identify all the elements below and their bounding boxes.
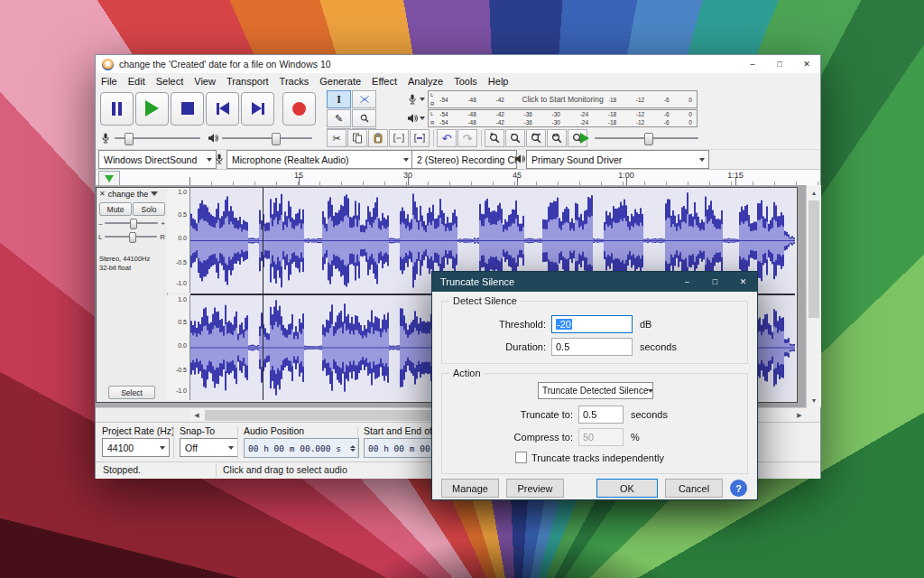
preview-button[interactable]: Preview [506, 479, 564, 498]
scroll-right-arrow-icon[interactable]: ▶ [792, 408, 807, 423]
recording-meter-toolbar[interactable]: LR -54-48-42-36-30-24-18-12-60 Click to … [407, 90, 698, 108]
audio-host-select[interactable]: Windows DirectSound [98, 150, 217, 169]
recording-meter[interactable]: LR -54-48-42-36-30-24-18-12-60 Click to … [428, 90, 698, 108]
scale-number: 0 [688, 97, 692, 103]
cut-button[interactable]: ✂ [327, 129, 346, 147]
help-button[interactable]: ? [730, 480, 747, 497]
pan-slider[interactable] [105, 231, 157, 242]
gain-max-label: + [161, 219, 165, 228]
channel-label: R [430, 120, 434, 126]
menu-item[interactable]: Edit [123, 76, 151, 87]
fit-project-button[interactable]: ▭ [547, 129, 567, 147]
solo-button[interactable]: Solo [133, 202, 165, 216]
snap-to-select[interactable]: Off [180, 438, 238, 457]
menu-item[interactable]: Help [483, 76, 514, 87]
play-at-speed-icon[interactable] [580, 133, 589, 144]
recording-channels-select[interactable]: 2 (Stereo) Recording Cha [411, 150, 517, 169]
independent-tracks-label[interactable]: Truncate tracks independently [531, 452, 664, 463]
threshold-input[interactable]: -20 [551, 315, 633, 333]
maximize-button[interactable]: □ [766, 55, 793, 73]
dialog-minimize-button[interactable]: – [673, 272, 701, 292]
pinned-play-head-button[interactable] [98, 171, 120, 186]
dialog-close-button[interactable]: ✕ [729, 272, 757, 292]
dialog-maximize-button[interactable]: □ [701, 272, 729, 292]
pause-button[interactable] [100, 92, 134, 126]
scroll-left-arrow-icon[interactable]: ◀ [189, 408, 204, 423]
redo-button[interactable]: ↷ [457, 129, 477, 147]
zoom-out-button[interactable]: − [505, 129, 525, 147]
vertical-scroll-thumb[interactable] [808, 200, 819, 318]
slider-thumb[interactable] [129, 232, 136, 243]
slider-thumb[interactable] [130, 219, 137, 229]
close-button[interactable]: ✕ [793, 55, 820, 73]
record-button[interactable] [282, 92, 316, 126]
duration-input[interactable]: 0.5 [551, 338, 633, 356]
scale-number: -36 [524, 111, 532, 117]
timeline-ruler[interactable]: 1530451:001:15 [96, 169, 820, 187]
zoom-tool-button[interactable] [352, 109, 376, 127]
slider-thumb[interactable] [644, 133, 653, 145]
mute-button[interactable]: Mute [99, 202, 132, 216]
skip-to-start-button[interactable] [206, 92, 239, 126]
track-select-button[interactable]: Select [108, 386, 155, 399]
menu-item[interactable]: View [189, 76, 221, 87]
gain-slider[interactable] [105, 218, 158, 228]
meter-menu-arrow-icon[interactable] [420, 98, 425, 101]
meter-menu-arrow-icon[interactable] [420, 117, 425, 120]
vertical-scrollbar[interactable]: ▲ ▼ [806, 185, 821, 407]
envelope-tool-button[interactable] [352, 90, 376, 108]
play-button[interactable] [135, 92, 169, 126]
track-name[interactable]: change the [108, 190, 149, 199]
skip-to-end-button[interactable] [241, 92, 274, 126]
monitor-hint[interactable]: Click to Start Monitoring [516, 95, 608, 104]
minimize-button[interactable]: – [739, 55, 766, 73]
manage-button[interactable]: Manage [441, 479, 499, 498]
slider-thumb[interactable] [272, 133, 281, 145]
trim-audio-button[interactable] [389, 129, 409, 147]
track-close-icon[interactable]: ✕ [97, 190, 108, 198]
paste-button[interactable] [368, 129, 388, 147]
playback-meter-toolbar[interactable]: LR -54-48-42-36-30-24-18-12-60 -54-48-42… [407, 109, 698, 127]
menu-item[interactable]: Analyze [402, 76, 448, 87]
scroll-up-arrow-icon[interactable]: ▲ [807, 185, 821, 200]
audio-position-field[interactable]: 00 h 00 m 00.000 s [244, 438, 359, 458]
playback-meter[interactable]: LR -54-48-42-36-30-24-18-12-60 -54-48-42… [428, 109, 698, 127]
independent-tracks-checkbox[interactable] [515, 452, 527, 463]
record-icon [292, 102, 306, 116]
spinner-icon[interactable] [349, 445, 356, 452]
menu-item[interactable]: Transport [221, 76, 274, 87]
action-select[interactable]: Truncate Detected Silence [538, 382, 653, 399]
menu-item[interactable]: Tools [448, 76, 483, 87]
menu-item[interactable]: Effect [366, 76, 402, 87]
play-at-speed-toolbar [580, 129, 698, 147]
selection-tool-button[interactable]: I [327, 90, 351, 108]
ok-button[interactable]: OK [596, 479, 658, 498]
silence-audio-button[interactable] [410, 129, 430, 147]
menu-item[interactable]: File [96, 76, 123, 87]
menu-item[interactable]: Tracks [274, 76, 315, 87]
menu-item[interactable]: Generate [314, 76, 366, 87]
dialog-title-bar: Truncate Silence – □ ✕ [432, 272, 757, 292]
draw-tool-button[interactable]: ✎ [327, 109, 351, 127]
scroll-down-arrow-icon[interactable]: ▼ [807, 393, 821, 407]
undo-button[interactable]: ↶ [437, 129, 457, 147]
playback-device-select[interactable]: Primary Sound Driver [526, 150, 709, 169]
slider-thumb[interactable] [125, 133, 134, 145]
edit-toolbar: ✂ ↶ ↷ + − ⟷ ▭ [327, 129, 588, 147]
fit-selection-button[interactable]: ⟷ [526, 129, 546, 147]
stop-button[interactable] [171, 92, 204, 126]
microphone-icon [100, 133, 111, 144]
playback-volume-slider[interactable] [222, 131, 312, 145]
recording-volume-slider[interactable] [115, 131, 200, 145]
recording-device-select[interactable]: Microphone (Realtek Audio) [226, 150, 413, 169]
track-menu-arrow-icon[interactable] [151, 191, 158, 196]
channel-label: L [430, 111, 434, 117]
audio-position-value: 00 h 00 m 00.000 s [248, 443, 341, 453]
zoom-in-button[interactable]: + [485, 129, 504, 147]
project-rate-select[interactable]: 44100 [102, 438, 170, 457]
menu-item[interactable]: Select [151, 76, 189, 87]
truncate-to-input[interactable]: 0.5 [578, 406, 624, 424]
cancel-button[interactable]: Cancel [665, 479, 723, 498]
copy-button[interactable] [347, 129, 367, 147]
play-speed-slider[interactable] [595, 131, 698, 145]
